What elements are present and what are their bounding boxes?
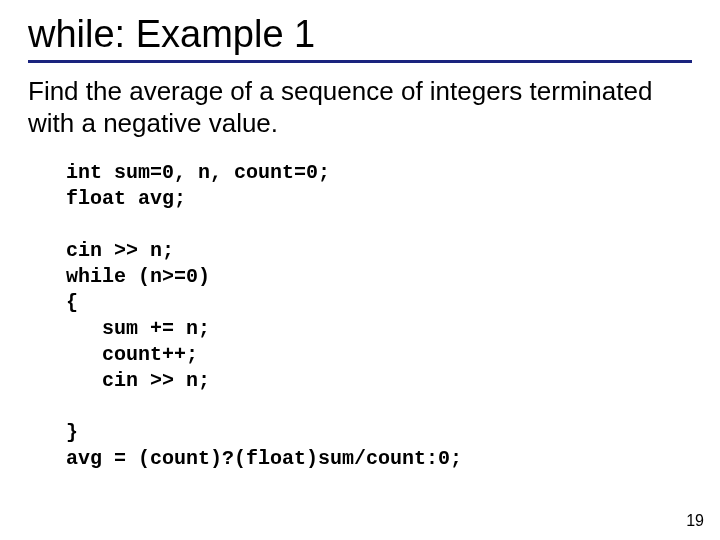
slide: while: Example 1 Find the average of a s… [0, 0, 720, 540]
code-line: { [66, 291, 78, 314]
code-line: cin >> n; [66, 239, 174, 262]
code-line: cin >> n; [66, 369, 210, 392]
slide-title: while: Example 1 [28, 14, 692, 56]
code-line: avg = (count)?(float)sum/count:0; [66, 447, 462, 470]
code-line: sum += n; [66, 317, 210, 340]
problem-description: Find the average of a sequence of intege… [28, 75, 692, 140]
code-line: int sum=0, n, count=0; [66, 161, 330, 184]
code-line: float avg; [66, 187, 186, 210]
title-underline [28, 60, 692, 63]
code-line: while (n>=0) [66, 265, 210, 288]
code-line: } [66, 421, 78, 444]
code-line: count++; [66, 343, 198, 366]
code-block: int sum=0, n, count=0; float avg; cin >>… [66, 160, 692, 472]
page-number: 19 [686, 512, 704, 530]
